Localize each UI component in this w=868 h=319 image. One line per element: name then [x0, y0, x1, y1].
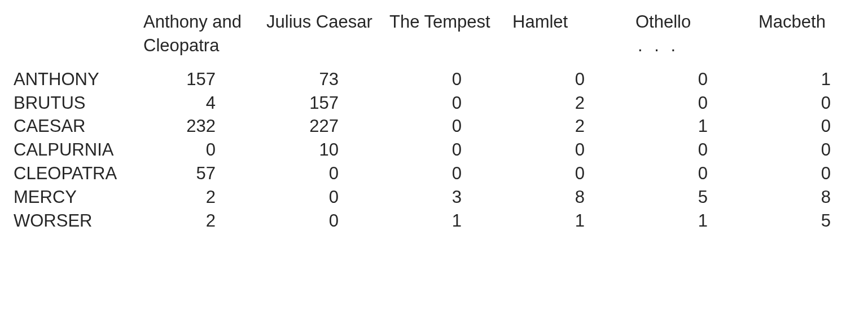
cell: 4	[143, 91, 266, 115]
cell: 0	[635, 91, 759, 115]
cell: 227	[266, 114, 389, 138]
table-row: ANTHONY 157 73 0 0 0 1	[14, 68, 868, 91]
row-label: CLEOPATRA	[14, 162, 143, 185]
cell: 157	[143, 68, 266, 91]
cell: 0	[266, 185, 389, 209]
cell: 5	[759, 209, 868, 233]
row-label: CALPURNIA	[14, 138, 143, 162]
table-row: BRUTUS 4 157 0 2 0 0	[14, 91, 868, 115]
row-label: BRUTUS	[14, 91, 143, 115]
cell: 0	[389, 114, 512, 138]
cell: 2	[512, 114, 635, 138]
term-document-matrix: Anthony and Cleopatra Julius Caesar The …	[14, 10, 868, 233]
cell: 10	[266, 138, 389, 162]
column-header: Hamlet	[512, 10, 635, 68]
table-row: CALPURNIA 0 10 0 0 0 0	[14, 138, 868, 162]
cell: 2	[143, 185, 266, 209]
cell: 1	[512, 209, 635, 233]
column-header-label: Othello	[635, 12, 691, 32]
ellipsis-icon: . . .	[635, 36, 679, 55]
cell: 3	[389, 185, 512, 209]
cell: 0	[759, 162, 868, 185]
header-blank	[14, 10, 143, 68]
row-label: WORSER	[14, 209, 143, 233]
column-header: Othello . . .	[635, 10, 759, 68]
row-label: MERCY	[14, 185, 143, 209]
row-label: ANTHONY	[14, 68, 143, 91]
cell: 0	[143, 138, 266, 162]
cell: 0	[759, 91, 868, 115]
cell: 2	[512, 91, 635, 115]
cell: 1	[635, 114, 759, 138]
cell: 0	[512, 162, 635, 185]
cell: 232	[143, 114, 266, 138]
cell: 0	[512, 68, 635, 91]
column-header: Julius Caesar	[266, 10, 389, 68]
cell: 0	[266, 162, 389, 185]
cell: 57	[143, 162, 266, 185]
cell: 0	[389, 162, 512, 185]
column-header: The Tempest	[389, 10, 512, 68]
table-row: CAESAR 232 227 0 2 1 0	[14, 114, 868, 138]
cell: 1	[389, 209, 512, 233]
cell: 1	[759, 68, 868, 91]
cell: 1	[635, 209, 759, 233]
row-label: CAESAR	[14, 114, 143, 138]
cell: 0	[512, 138, 635, 162]
table-row: CLEOPATRA 57 0 0 0 0 0	[14, 162, 868, 185]
cell: 73	[266, 68, 389, 91]
cell: 0	[759, 138, 868, 162]
table-row: MERCY 2 0 3 8 5 8	[14, 185, 868, 209]
cell: 8	[512, 185, 635, 209]
cell: 0	[389, 138, 512, 162]
column-header: Macbeth	[759, 10, 868, 68]
cell: 5	[635, 185, 759, 209]
cell: 0	[389, 68, 512, 91]
column-header: Anthony and Cleopatra	[143, 10, 266, 68]
cell: 8	[759, 185, 868, 209]
header-row: Anthony and Cleopatra Julius Caesar The …	[14, 10, 868, 68]
cell: 0	[635, 162, 759, 185]
cell: 0	[635, 68, 759, 91]
cell: 157	[266, 91, 389, 115]
table-row: WORSER 2 0 1 1 1 5	[14, 209, 868, 233]
cell: 0	[389, 91, 512, 115]
cell: 0	[759, 114, 868, 138]
cell: 0	[635, 138, 759, 162]
cell: 0	[266, 209, 389, 233]
cell: 2	[143, 209, 266, 233]
